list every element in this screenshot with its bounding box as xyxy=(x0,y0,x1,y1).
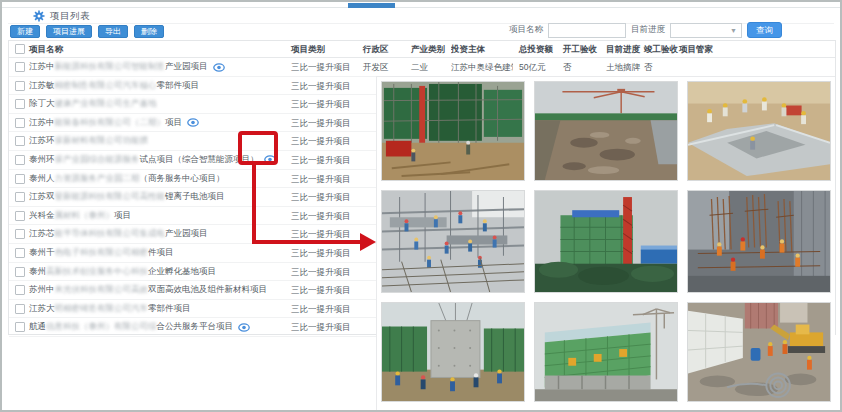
construction-photo-5[interactable] xyxy=(534,190,678,293)
view-eye-icon[interactable] xyxy=(213,63,225,72)
construction-photo-1[interactable] xyxy=(381,81,525,181)
table-header: 项目名称 项目类别 行政区 产业类别 投资主体 总投资额 开工验收 目前进度 竣… xyxy=(9,41,835,58)
row-checkbox[interactable] xyxy=(15,118,25,128)
redacted-text: 来光伏科技有限公司高效 xyxy=(55,284,149,296)
project-category-cell: 三比一提升项目 xyxy=(291,322,351,334)
project-category-cell: 三比一提升项目 xyxy=(291,248,351,260)
redacted-text: 能装备科技有限公司（二期） xyxy=(55,117,166,129)
delete-button[interactable]: 删除 xyxy=(134,25,164,38)
redacted-text: 高新技术创业服务中心科技 xyxy=(46,266,148,278)
redacted-text: 色电子科技有限公司精密 xyxy=(55,247,149,259)
project-category-cell: 三比一提升项目 xyxy=(291,285,351,297)
progress-select[interactable]: ▼ xyxy=(670,23,742,38)
project-category-cell: 三比一提升项目 xyxy=(291,155,351,167)
view-eye-icon[interactable] xyxy=(187,118,199,127)
redacted-text: 登新能源科技有限公司高性能 xyxy=(55,191,166,203)
project-category-cell: 三比一提升项目 xyxy=(291,267,351,279)
project-progress-button[interactable]: 项目进展 xyxy=(46,25,92,38)
project-name: 江苏芯能半导体科技有限公司集成电产业园项目 xyxy=(29,225,208,243)
row-checkbox[interactable] xyxy=(15,155,25,165)
construction-photo-2[interactable] xyxy=(534,81,678,181)
photo-grid xyxy=(381,81,835,402)
amount-cell: 50亿元 xyxy=(519,62,545,74)
top-divider xyxy=(2,7,840,8)
col-amount: 总投资额 xyxy=(519,44,553,56)
project-name: 除丁大健康产业有限公司生产基地 xyxy=(29,95,157,113)
col-project-category: 项目类别 xyxy=(291,44,325,56)
row-checkbox[interactable] xyxy=(15,248,25,258)
redacted-text: 健康产业有限公司生产基地 xyxy=(55,98,157,110)
project-category-cell: 三比一提升项目 xyxy=(291,136,351,148)
construction-photo-3[interactable] xyxy=(687,81,831,181)
row-checkbox[interactable] xyxy=(15,192,25,202)
row-checkbox[interactable] xyxy=(15,267,25,277)
row-checkbox[interactable] xyxy=(15,136,25,146)
redacted-text: 保产业园综合能源服务 xyxy=(55,154,140,166)
district-cell: 开发区 xyxy=(363,62,389,74)
project-name: 泰州高新技术创业服务中心科技企业孵化基地项目 xyxy=(29,263,216,281)
construction-photo-6[interactable] xyxy=(687,190,831,293)
project-name: 苏州中来光伏科技有限公司高效双面高效电池及组件新材料项目 xyxy=(29,281,267,299)
start-acceptance-cell: 否 xyxy=(563,62,572,74)
progress-cell: 土地摘牌 xyxy=(606,62,640,74)
industry-cell: 二业 xyxy=(411,62,428,74)
view-eye-icon[interactable] xyxy=(264,155,276,164)
project-name: 兴科金属材料（泰州）项目 xyxy=(29,207,131,225)
col-progress: 目前进度 xyxy=(606,44,640,56)
completion-acceptance-cell: 否 xyxy=(644,62,653,74)
toolbar: 新建 项目进展 导出 删除 xyxy=(10,25,164,38)
project-category-cell: 三比一提升项目 xyxy=(291,62,351,74)
project-name: 航通信息科技（泰州）有限公司综合公共服务平台项目 xyxy=(29,318,250,336)
query-button[interactable]: 查询 xyxy=(747,22,782,38)
project-category-cell: 三比一提升项目 xyxy=(291,192,351,204)
progress-label: 目前进度 xyxy=(631,24,665,36)
select-all-checkbox[interactable] xyxy=(15,44,25,54)
row-checkbox[interactable] xyxy=(15,99,25,109)
project-name: 江苏中新能源科技有限公司智能制造产业园项目 xyxy=(29,58,225,76)
row-checkbox[interactable] xyxy=(15,62,25,72)
project-name: 泰州环保产业园综合能源服务试点项目（综合智慧能源项目） xyxy=(29,151,276,169)
redacted-text: 明精密铸造有限公司汽车 xyxy=(55,303,149,315)
col-start-acceptance: 开工验收 xyxy=(563,44,597,56)
table-row[interactable]: 江苏中新能源科技有限公司智能制造产业园项目 三比一提升项目 开发区 二业 江苏中… xyxy=(9,58,835,77)
redacted-text: 力资源服务产业园二期 xyxy=(55,173,140,185)
project-name: 江苏敏精密制造有限公司汽车核心零部件项目 xyxy=(29,77,199,95)
active-tab-indicator[interactable] xyxy=(348,3,395,8)
col-industry: 产业类别 xyxy=(411,44,445,56)
col-district: 行政区 xyxy=(363,44,389,56)
col-investor: 投资主体 xyxy=(451,44,513,56)
export-button[interactable]: 导出 xyxy=(98,25,128,38)
row-checkbox[interactable] xyxy=(15,174,25,184)
chevron-down-icon: ▼ xyxy=(730,27,737,34)
project-name-label: 项目名称 xyxy=(509,24,543,36)
redacted-text: 精密制造有限公司汽车核心 xyxy=(55,80,157,92)
col-manager: 项目管家 xyxy=(679,44,713,56)
redacted-text: 能半导体科技有限公司集成电 xyxy=(55,228,166,240)
investor-cell: 江苏中奥绿色建筑... xyxy=(451,62,513,74)
project-category-cell: 三比一提升项目 xyxy=(291,211,351,223)
row-checkbox[interactable] xyxy=(15,285,25,295)
project-name: 江苏双登新能源科技有限公司高性能锂离子电池项目 xyxy=(29,188,225,206)
row-checkbox[interactable] xyxy=(15,81,25,91)
project-name: 泰州千色电子科技有限公司精密件项目 xyxy=(29,244,174,262)
row-checkbox[interactable] xyxy=(15,322,25,332)
redacted-text: 属材料（泰州） xyxy=(55,210,115,222)
filter-bar: 项目名称 目前进度 ▼ 查询 xyxy=(509,22,782,38)
row-checkbox[interactable] xyxy=(15,304,25,314)
project-name: 江苏中能装备科技有限公司（二期）项目 xyxy=(29,114,199,132)
redacted-text: 保新材料有限公司功能膜 xyxy=(55,135,149,147)
construction-photo-8[interactable] xyxy=(534,302,678,402)
construction-photo-4[interactable] xyxy=(381,190,525,293)
page-title: 项目列表 xyxy=(50,10,90,23)
project-name-input[interactable] xyxy=(548,23,626,38)
new-button[interactable]: 新建 xyxy=(10,25,40,38)
project-category-cell: 三比一提升项目 xyxy=(291,81,351,93)
construction-photo-7[interactable] xyxy=(381,302,525,402)
construction-photo-9[interactable] xyxy=(687,302,831,402)
row-checkbox[interactable] xyxy=(15,211,25,221)
titlebar: 项目列表 xyxy=(33,9,90,23)
view-eye-icon[interactable] xyxy=(238,323,250,332)
redacted-text: 新能源科技有限公司智能制造 xyxy=(55,61,166,73)
gear-icon xyxy=(33,10,45,22)
row-checkbox[interactable] xyxy=(15,229,25,239)
